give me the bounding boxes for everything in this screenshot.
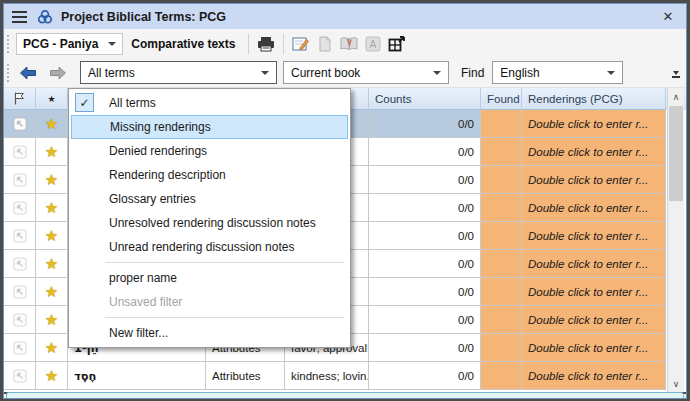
counts-cell: 0/0: [369, 250, 481, 278]
renderings-cell[interactable]: Double click to enter r...: [522, 222, 666, 250]
document-icon: [318, 36, 332, 52]
vertical-scrollbar[interactable]: ∧ ∨: [667, 88, 684, 392]
open-in-window-button[interactable]: [385, 33, 409, 55]
favorite-star-icon[interactable]: ★: [45, 256, 58, 271]
scroll-down-icon[interactable]: ∨: [668, 375, 684, 392]
renderings-cell[interactable]: Double click to enter r...: [522, 194, 666, 222]
menu-item-unsaved-filter: Unsaved filter: [69, 290, 350, 314]
menu-item-unread-notes[interactable]: Unread rendering discussion notes: [69, 235, 350, 259]
favorite-star-icon[interactable]: ★: [45, 228, 58, 243]
favorite-star-icon[interactable]: ★: [45, 368, 58, 383]
counts-cell: 0/0: [369, 306, 481, 334]
star-column-header[interactable]: ★: [36, 88, 68, 110]
edit-rendering-button[interactable]: [289, 33, 313, 55]
counts-cell: 0/0: [369, 362, 481, 390]
favorite-star-icon[interactable]: ★: [45, 200, 58, 215]
toolbar-separator: [283, 34, 284, 54]
menu-item-all-terms[interactable]: ✓ All terms: [69, 91, 350, 115]
close-icon[interactable]: ✕: [658, 9, 678, 24]
link-jump-icon[interactable]: [13, 117, 27, 131]
renderings-column-header[interactable]: Renderings (PCG): [522, 88, 666, 110]
found-cell: [481, 362, 522, 390]
renderings-cell[interactable]: Double click to enter r...: [522, 250, 666, 278]
comparative-texts-button[interactable]: Comparative texts: [123, 37, 243, 51]
menu-item-unresolved-notes[interactable]: Unresolved rendering discussion notes: [69, 211, 350, 235]
favorite-star-icon[interactable]: ★: [45, 172, 58, 187]
link-jump-icon[interactable]: [13, 229, 27, 243]
favorite-star-icon[interactable]: ★: [45, 284, 58, 299]
forward-button[interactable]: [46, 62, 70, 84]
link-jump-icon[interactable]: [13, 285, 27, 299]
renderings-cell[interactable]: Double click to enter r...: [522, 278, 666, 306]
link-jump-icon[interactable]: [13, 257, 27, 271]
chevron-down-icon: [433, 71, 441, 75]
gloss-cell: kindness; lovin...: [285, 362, 369, 390]
term-cell: חֶסֶד: [68, 362, 206, 390]
found-cell: [481, 306, 522, 334]
link-jump-icon[interactable]: [13, 313, 27, 327]
book-scope-combobox[interactable]: Current book: [283, 61, 449, 84]
favorite-star-icon[interactable]: ★: [45, 312, 58, 327]
chevron-down-icon: [261, 71, 269, 75]
open-book-icon: [339, 36, 359, 52]
counts-cell: 0/0: [369, 278, 481, 306]
counts-column-header[interactable]: Counts: [369, 88, 481, 110]
scrollbar-thumb[interactable]: [669, 106, 683, 201]
favorite-star-icon[interactable]: ★: [45, 116, 58, 131]
renderings-cell[interactable]: Double click to enter r...: [522, 334, 666, 362]
renderings-cell[interactable]: Double click to enter r...: [522, 306, 666, 334]
link-jump-icon[interactable]: [13, 145, 27, 159]
toolbar-grip[interactable]: [7, 64, 12, 82]
svg-text:A: A: [370, 39, 377, 50]
paratext-logo-icon: [37, 9, 53, 25]
menu-item-missing-renderings[interactable]: Missing renderings: [71, 115, 348, 139]
renderings-cell[interactable]: Double click to enter r...: [522, 110, 666, 138]
found-cell: [481, 110, 522, 138]
menu-item-new-filter[interactable]: New filter...: [69, 321, 350, 345]
window-title: Project Biblical Terms: PCG: [61, 10, 226, 24]
toolbar-grip[interactable]: [7, 35, 12, 53]
back-button[interactable]: [16, 62, 40, 84]
category-cell: Attributes: [206, 362, 285, 390]
menu-item-proper-name[interactable]: proper name: [69, 266, 350, 290]
hamburger-menu-icon[interactable]: [12, 11, 27, 23]
link-jump-icon[interactable]: [13, 369, 27, 383]
link-jump-icon[interactable]: [13, 341, 27, 355]
find-language-combobox[interactable]: English: [492, 61, 623, 84]
book-scope-value: Current book: [291, 66, 360, 80]
print-button[interactable]: [254, 33, 278, 55]
edit-notes-icon: [292, 36, 310, 52]
book-button-disabled[interactable]: [337, 33, 361, 55]
main-toolbar: PCG - Paniya Comparative texts: [4, 29, 686, 58]
document-button-disabled[interactable]: [313, 33, 337, 55]
menu-item-denied-renderings[interactable]: Denied renderings: [69, 139, 350, 163]
menu-item-glossary-entries[interactable]: Glossary entries: [69, 187, 350, 211]
renderings-cell[interactable]: Double click to enter r...: [522, 138, 666, 166]
terms-filter-value: All terms: [88, 66, 135, 80]
favorite-star-icon[interactable]: ★: [45, 340, 58, 355]
table-row[interactable]: ★ חֶסֶד Attributes kindness; lovin... 0/…: [4, 362, 686, 390]
toolbar-separator: [248, 34, 249, 54]
project-selector-dropdown[interactable]: PCG - Paniya: [16, 33, 123, 55]
found-cell: [481, 222, 522, 250]
found-column-header[interactable]: Found: [481, 88, 522, 110]
renderings-cell[interactable]: Double click to enter r...: [522, 362, 666, 390]
link-jump-icon[interactable]: [13, 173, 27, 187]
star-icon: ★: [47, 94, 55, 104]
found-cell: [481, 278, 522, 306]
menu-item-rendering-description[interactable]: Rendering description: [69, 163, 350, 187]
chevron-down-icon: [108, 42, 116, 46]
toolbar-overflow-button[interactable]: [670, 66, 682, 82]
counts-cell: 0/0: [369, 334, 481, 362]
flag-column-header[interactable]: [4, 88, 36, 110]
link-jump-icon[interactable]: [13, 201, 27, 215]
menu-separator: [105, 317, 344, 318]
counts-cell: 0/0: [369, 194, 481, 222]
font-button-disabled[interactable]: A: [361, 33, 385, 55]
terms-filter-combobox[interactable]: All terms: [80, 61, 277, 84]
scroll-up-icon[interactable]: ∧: [668, 88, 684, 105]
renderings-cell[interactable]: Double click to enter r...: [522, 166, 666, 194]
title-bar: Project Biblical Terms: PCG ✕: [4, 4, 686, 29]
project-biblical-terms-window: Project Biblical Terms: PCG ✕ PCG - Pani…: [3, 3, 687, 399]
favorite-star-icon[interactable]: ★: [45, 144, 58, 159]
